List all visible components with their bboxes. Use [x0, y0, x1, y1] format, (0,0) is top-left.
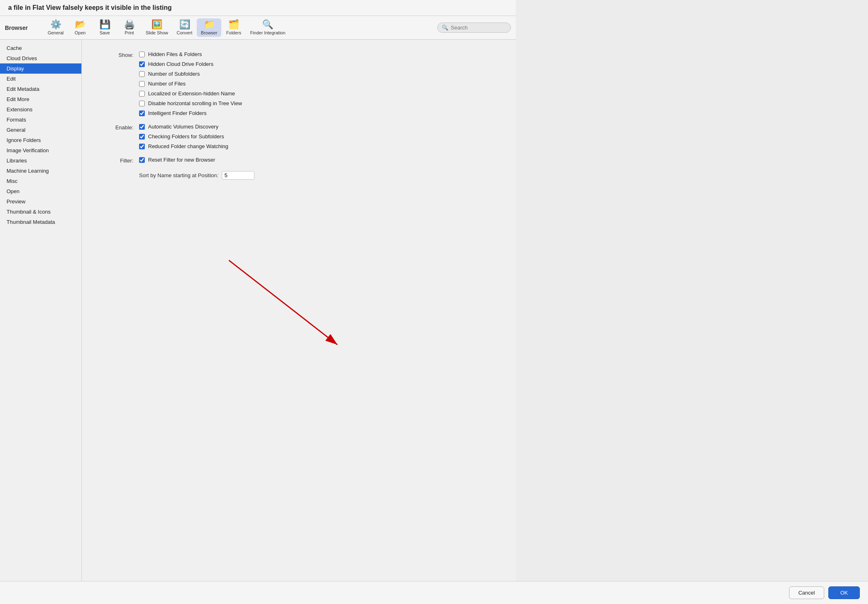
toolbar-btn-browser[interactable]: 📁Browser	[197, 18, 221, 37]
label-hidden-cloud-drive-folders: Hidden Cloud Drive Folders	[148, 61, 214, 67]
checkbox-disable-horizontal-scrolling[interactable]	[139, 101, 145, 106]
toolbar-btn-folders[interactable]: 🗂️Folders	[221, 18, 246, 37]
show-option-disable-horizontal-scrolling: Disable horizontal scrolling in Tree Vie…	[139, 100, 242, 106]
label-intelligent-finder-folders: Intelligent Finder Folders	[148, 110, 207, 116]
label-disable-horizontal-scrolling: Disable horizontal scrolling in Tree Vie…	[148, 100, 242, 106]
sort-position-input[interactable]	[222, 171, 254, 180]
toolbar-buttons: ⚙️General📂Open💾Save🖨️Print🖼️Slide Show🔄C…	[43, 18, 436, 37]
sidebar-item-display[interactable]: Display	[0, 63, 81, 74]
show-option-hidden-files-folders: Hidden Files & Folders	[139, 51, 242, 57]
finder-integration-icon: 🔍	[262, 20, 273, 29]
enable-section: Enable: Automatic Volumes DiscoveryCheck…	[106, 124, 499, 149]
sidebar-item-edit-more[interactable]: Edit More	[0, 94, 81, 104]
label-hidden-files-folders: Hidden Files & Folders	[148, 51, 202, 57]
show-option-number-of-files: Number of Files	[139, 81, 242, 87]
search-icon: 🔍	[442, 25, 448, 31]
sidebar-item-ignore-folders[interactable]: Ignore Folders	[0, 135, 81, 145]
filter-section: Filter: Reset Filter for new Browser	[106, 157, 499, 164]
checkbox-hidden-files-folders[interactable]	[139, 52, 145, 57]
label-reset-filter-new-browser: Reset Filter for new Browser	[148, 157, 215, 163]
label-number-of-subfolders: Number of Subfolders	[148, 71, 200, 77]
enable-option-checking-folders-subfolders: Checking Folders for Subfolders	[139, 133, 228, 140]
checkbox-number-of-subfolders[interactable]	[139, 71, 145, 77]
enable-option-automatic-volumes-discovery: Automatic Volumes Discovery	[139, 124, 228, 130]
slideshow-icon: 🖼️	[151, 20, 162, 29]
show-label: Show:	[106, 52, 139, 58]
open-icon: 📂	[75, 20, 86, 29]
filter-option-reset-filter-new-browser: Reset Filter for new Browser	[139, 157, 215, 163]
sidebar-item-open[interactable]: Open	[0, 186, 81, 196]
show-section: Show: Hidden Files & FoldersHidden Cloud…	[106, 51, 499, 116]
show-option-hidden-cloud-drive-folders: Hidden Cloud Drive Folders	[139, 61, 242, 67]
toolbar-btn-label-folders: Folders	[226, 30, 241, 35]
toolbar-btn-label-slideshow: Slide Show	[146, 30, 168, 35]
label-localized-extension-hidden-name: Localized or Extension-hidden Name	[148, 90, 235, 97]
toolbar-title: Browser	[5, 25, 34, 31]
sidebar-item-general[interactable]: General	[0, 125, 81, 135]
label-checking-folders-subfolders: Checking Folders for Subfolders	[148, 133, 224, 140]
checkbox-reduced-folder-change-watching[interactable]	[139, 144, 145, 149]
sidebar: CacheCloud DrivesDisplayEditEdit Metadat…	[0, 40, 82, 604]
annotation-text: a file in Flat View falsely keeps it vis…	[8, 4, 172, 11]
folders-icon: 🗂️	[228, 20, 239, 29]
toolbar-btn-print[interactable]: 🖨️Print	[117, 18, 142, 37]
checkbox-hidden-cloud-drive-folders[interactable]	[139, 61, 145, 67]
toolbar-btn-general[interactable]: ⚙️General	[43, 18, 68, 37]
search-input[interactable]	[451, 25, 504, 31]
sidebar-item-edit[interactable]: Edit	[0, 74, 81, 84]
toolbar-btn-label-save: Save	[99, 30, 110, 35]
convert-icon: 🔄	[179, 20, 190, 29]
checkbox-checking-folders-subfolders[interactable]	[139, 134, 145, 140]
checkbox-automatic-volumes-discovery[interactable]	[139, 124, 145, 130]
sort-label: Sort by Name starting at Position:	[139, 172, 218, 178]
sidebar-item-extensions[interactable]: Extensions	[0, 104, 81, 115]
sidebar-item-cloud-drives[interactable]: Cloud Drives	[0, 53, 81, 63]
sidebar-item-thumbnail-icons[interactable]: Thumbnail & Icons	[0, 207, 81, 217]
filter-checkboxes: Reset Filter for new Browser	[139, 157, 215, 163]
sidebar-item-thumbnail-metadata[interactable]: Thumbnail Metadata	[0, 217, 81, 227]
label-automatic-volumes-discovery: Automatic Volumes Discovery	[148, 124, 218, 130]
sidebar-item-edit-metadata[interactable]: Edit Metadata	[0, 84, 81, 94]
toolbar-btn-open[interactable]: 📂Open	[68, 18, 92, 37]
label-number-of-files: Number of Files	[148, 81, 186, 87]
toolbar-btn-label-print: Print	[125, 30, 134, 35]
search-box[interactable]: 🔍	[437, 23, 511, 33]
enable-label: Enable:	[106, 124, 139, 131]
browser-icon: 📁	[204, 20, 215, 29]
toolbar-btn-slideshow[interactable]: 🖼️Slide Show	[142, 18, 172, 37]
filter-label: Filter:	[106, 158, 139, 164]
save-icon: 💾	[99, 20, 110, 29]
checkbox-localized-extension-hidden-name[interactable]	[139, 91, 145, 97]
show-option-number-of-subfolders: Number of Subfolders	[139, 71, 242, 77]
checkbox-reset-filter-new-browser[interactable]	[139, 157, 145, 163]
enable-checkboxes: Automatic Volumes DiscoveryChecking Fold…	[139, 124, 228, 149]
annotation-bar: a file in Flat View falsely keeps it vis…	[0, 0, 516, 16]
checkbox-intelligent-finder-folders[interactable]	[139, 110, 145, 116]
sidebar-item-cache[interactable]: Cache	[0, 43, 81, 53]
toolbar-btn-save[interactable]: 💾Save	[92, 18, 117, 37]
general-icon: ⚙️	[50, 20, 61, 29]
sidebar-item-formats[interactable]: Formats	[0, 115, 81, 125]
content-area: Show: Hidden Files & FoldersHidden Cloud…	[82, 40, 516, 604]
toolbar-btn-label-general: General	[47, 30, 63, 35]
main-layout: CacheCloud DrivesDisplayEditEdit Metadat…	[0, 40, 516, 604]
toolbar-btn-label-open: Open	[75, 30, 86, 35]
dialog-footer: Cancel OK	[0, 581, 516, 604]
toolbar-btn-convert[interactable]: 🔄Convert	[172, 18, 197, 37]
toolbar-btn-label-convert: Convert	[177, 30, 193, 35]
show-option-intelligent-finder-folders: Intelligent Finder Folders	[139, 110, 242, 116]
sidebar-item-machine-learning[interactable]: Machine Learning	[0, 166, 81, 176]
label-reduced-folder-change-watching: Reduced Folder change Watching	[148, 143, 228, 149]
toolbar-btn-label-finder-integration: Finder Integration	[250, 30, 285, 35]
sort-row: Sort by Name starting at Position:	[139, 171, 499, 180]
toolbar-btn-finder-integration[interactable]: 🔍Finder Integration	[246, 18, 289, 37]
checkbox-number-of-files[interactable]	[139, 81, 145, 87]
toolbar-btn-label-browser: Browser	[201, 30, 217, 35]
enable-option-reduced-folder-change-watching: Reduced Folder change Watching	[139, 143, 228, 149]
sidebar-item-preview[interactable]: Preview	[0, 196, 81, 207]
print-icon: 🖨️	[124, 20, 135, 29]
sidebar-item-image-verification[interactable]: Image Verification	[0, 145, 81, 156]
sidebar-item-misc[interactable]: Misc	[0, 176, 81, 186]
toolbar: Browser ⚙️General📂Open💾Save🖨️Print🖼️Slid…	[0, 16, 516, 40]
sidebar-item-libraries[interactable]: Libraries	[0, 156, 81, 166]
